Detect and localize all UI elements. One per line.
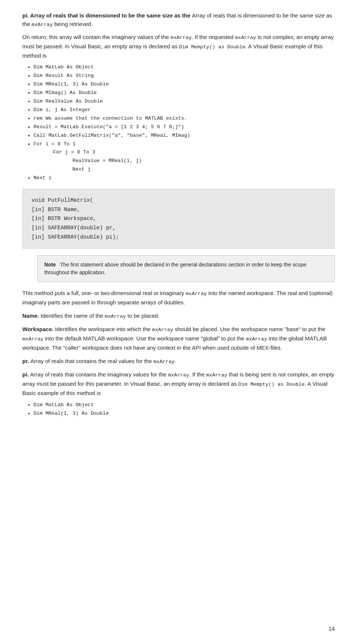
func-line3: [in] BSTR Workspace,: [32, 214, 325, 223]
para-method-desc: This method puts a full, one- or two-dim…: [22, 289, 335, 307]
note-text: The first statement above should be decl…: [44, 262, 306, 275]
name-param-text1: Identifies the name of the: [41, 313, 105, 319]
on-return-code3: Dim Mempty() as Double: [179, 44, 245, 50]
list-item: Next i: [33, 174, 335, 182]
name-param-label: Name.: [22, 313, 39, 319]
code-list-1: Dim MatLab As Object Dim Result As Strin…: [33, 64, 335, 182]
list-item: rem We assume that the connection to MAT…: [33, 115, 335, 123]
name-param-text2: to be placed.: [126, 313, 160, 319]
workspace-param-text2: should be placed. Use the workspace name…: [173, 326, 325, 332]
method-code1: mxArray: [186, 291, 207, 297]
pi-text2: being retrieved.: [53, 21, 93, 27]
list-item: Next j: [48, 166, 335, 174]
list-item: Dim MReal(1, 3) As Double: [33, 81, 335, 88]
para-pi-intro: pi. Array of reals that is dimensioned t…: [22, 11, 335, 29]
list-item: Result = MatLab.Execute("a = [1 2 3 4; 5…: [33, 123, 335, 131]
list-item: Dim MReal(1, 3) As Double: [33, 410, 335, 418]
pi-label-bold: pi. Array of reals that is dimensioned t…: [22, 12, 192, 19]
para-name-param: Name. Identifies the name of the mxArray…: [22, 311, 335, 321]
list-item: RealValue = MReal(i, j): [48, 157, 335, 165]
func-line2: [in] BSTR Name,: [32, 205, 325, 214]
note-box: Note The first statement above should be…: [37, 255, 335, 282]
on-return-text1: On return, this array will contain the i…: [22, 34, 171, 40]
workspace-param-label: Workspace.: [22, 326, 54, 332]
para-pr-param: pr. Array of reals that contains the rea…: [22, 357, 335, 366]
list-item: Dim MatLab As Object: [33, 401, 335, 409]
code-list-2: Dim MatLab As Object Dim MReal(1, 3) As …: [33, 401, 335, 418]
workspace-param-code2: mxArray: [22, 336, 44, 342]
para-pi-param: pi. Array of reals that contains the ima…: [22, 370, 335, 397]
list-item: Dim RealValue As Double: [33, 98, 335, 106]
function-signature-box: void PutFullMatrix( [in] BSTR Name, [in]…: [22, 189, 335, 249]
pi-param-code2: mxArray: [206, 372, 227, 378]
para-on-return: On return, this array will contain the i…: [22, 33, 335, 60]
on-return-code2: mxArray: [235, 35, 256, 41]
list-item: For j = 0 To 3: [41, 149, 335, 156]
pi-code1: mxArray: [32, 22, 53, 27]
workspace-param-text1: Identifies the workspace into which the: [55, 326, 152, 332]
func-line1: void PutFullMatrix(: [32, 196, 325, 205]
list-item: Dim MatLab As Object: [33, 64, 335, 71]
pi-param-code1: mxArray: [168, 372, 189, 378]
list-item: Dim i, j As Integer: [33, 106, 335, 114]
on-return-text2: . If the requested: [192, 34, 235, 40]
on-return-code1: mxArray: [171, 35, 192, 41]
list-item: For i = 0 To 1: [33, 140, 335, 148]
name-param-code: mxArray: [105, 314, 126, 319]
pr-param-text1: Array of reals that contains the real va…: [30, 358, 154, 364]
list-item: Dim Result As String: [33, 72, 335, 80]
pr-param-text2: .: [174, 358, 176, 364]
method-text1: This method puts a full, one- or two-dim…: [22, 290, 186, 296]
pi-param-code3: Dim Mempty() as Double: [238, 382, 305, 387]
para-workspace-param: Workspace. Identifies the workspace into…: [22, 325, 335, 352]
func-line5: [in] SAFEARRAY(double) pi);: [32, 233, 325, 242]
note-label: Note: [44, 262, 56, 268]
pi-param-label: pi.: [22, 371, 29, 378]
pr-param-code: mxArray: [154, 359, 175, 365]
workspace-param-code3: mxArray: [246, 336, 267, 342]
func-line4: [in] SAFEARRAY(double) pr,: [32, 223, 325, 233]
pi-param-text1: Array of reals that contains the imagina…: [30, 371, 168, 378]
workspace-param-code1: mxArray: [152, 327, 173, 333]
pr-param-label: pr.: [22, 358, 29, 364]
page-number: 14: [328, 624, 335, 633]
pi-param-text2: . If the: [189, 371, 206, 378]
list-item: Call MatLab.GetFullMatrix("a", "base", M…: [33, 132, 335, 140]
list-item: Dim MImag() As Double: [33, 89, 335, 97]
workspace-param-text3: into the default MATLAB workspace. Use t…: [44, 335, 246, 342]
